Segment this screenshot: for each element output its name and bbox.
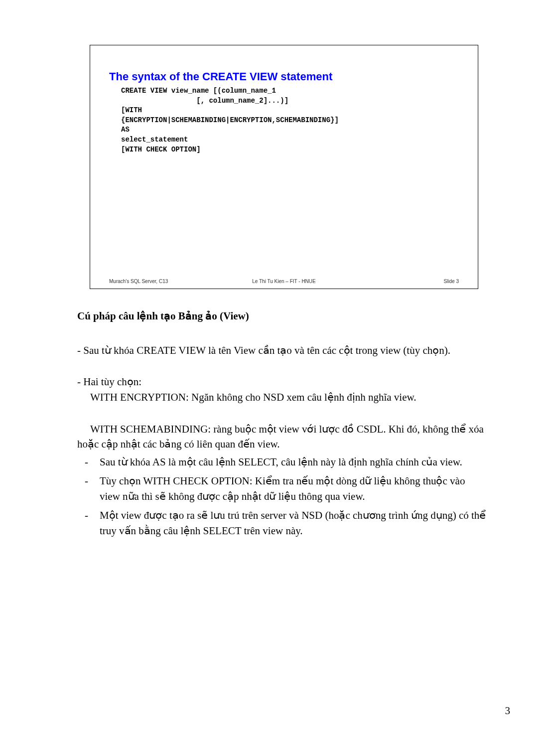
paragraph-2: - Hai tùy chọn: xyxy=(77,374,486,389)
code-block: CREATE VIEW view_name [(column_name_1 [,… xyxy=(121,86,339,154)
bullet-text: Một view được tạo ra sẽ lưu trú trên ser… xyxy=(100,508,487,538)
paragraph-1: - Sau từ khóa CREATE VIEW là tên View cầ… xyxy=(77,343,486,358)
paragraph-4-schemabinding: WITH SCHEMABINDING: ràng buộc một view v… xyxy=(77,422,486,452)
footer-right: Slide 3 xyxy=(443,279,459,284)
page-number: 3 xyxy=(505,705,511,717)
bullet-dash-icon: - xyxy=(85,473,100,504)
list-item: - Sau từ khóa AS là một câu lệnh SELECT,… xyxy=(85,454,487,469)
bullet-dash-icon: - xyxy=(85,508,100,538)
bullet-text: Tùy chọn WITH CHECK OPTION: Kiểm tra nếu… xyxy=(100,473,487,504)
list-item: - Một view được tạo ra sẽ lưu trú trên s… xyxy=(85,508,487,538)
footer-center: Le Thi Tu Kien – FIT - HNUE xyxy=(252,279,315,284)
section-title: Cú pháp câu lệnh tạo Bảng ảo (View) xyxy=(77,310,249,322)
bullet-text: Sau từ khóa AS là một câu lệnh SELECT, c… xyxy=(100,454,487,469)
slide-container: The syntax of the CREATE VIEW statement … xyxy=(90,45,478,289)
list-item: - Tùy chọn WITH CHECK OPTION: Kiểm tra n… xyxy=(85,473,487,504)
slide-title: The syntax of the CREATE VIEW statement xyxy=(109,70,332,83)
paragraph-3-encryption: WITH ENCRYPTION: Ngăn không cho NSD xem … xyxy=(77,390,486,405)
bullet-list: - Sau từ khóa AS là một câu lệnh SELECT,… xyxy=(85,454,487,542)
bullet-dash-icon: - xyxy=(85,454,100,469)
footer-left: Murach's SQL Server, C13 xyxy=(109,279,168,284)
